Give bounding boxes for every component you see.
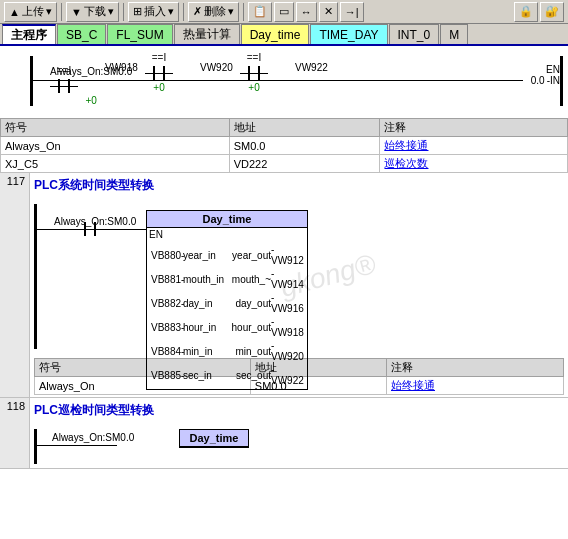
right-pin-0: year_out: [227, 250, 271, 261]
contact-sym-117: [84, 222, 96, 236]
prl-118: [34, 429, 37, 464]
lock2-btn[interactable]: 🔐: [540, 2, 564, 22]
download-btn[interactable]: ▼ 下载 ▾: [66, 2, 119, 22]
close-btn[interactable]: ✕: [319, 2, 338, 22]
col-addr: 地址: [229, 119, 380, 137]
right-addr-2: -VW916: [271, 292, 303, 314]
section-num-118: 118: [0, 398, 30, 468]
contact-1-sym: ==I: [58, 79, 70, 93]
cell-symbol: Always_On: [1, 137, 230, 155]
in-label: -IN: [547, 75, 560, 86]
wire-right-1: [70, 86, 78, 87]
cell-comment: 始终接通: [380, 137, 568, 155]
wire-to-fb-117: [96, 229, 146, 230]
wire-118: [37, 445, 117, 446]
top-symbol-table: 符号 地址 注释 Always_On SM0.0 始终接通 XJ_C5 VD22…: [0, 118, 568, 173]
tab-sbc[interactable]: SB_C: [57, 24, 106, 44]
right-addr-5: -VW922: [271, 364, 303, 386]
contact-3-body: ==I: [240, 66, 268, 80]
tab-daytime[interactable]: Day_time: [241, 24, 310, 44]
section-num-117: 117: [0, 173, 30, 397]
en-pin: EN: [149, 229, 163, 240]
separator-3: [183, 3, 184, 21]
contact-3-note: +0: [240, 82, 268, 93]
power-rail-right: [560, 56, 563, 106]
section-title-118: PLC巡检时间类型转换: [34, 400, 564, 421]
top-rung-area: Always_On:SM0.0 ==I +0 VW918: [0, 46, 568, 116]
left-addr-2: VB882-: [151, 298, 183, 309]
vw920-label: VW920: [200, 62, 233, 73]
download-icon: ▼: [71, 6, 82, 18]
tab-m[interactable]: M: [440, 24, 468, 44]
upload-btn[interactable]: ▲ 上传 ▾: [4, 2, 57, 22]
wire-left-3: [240, 73, 248, 74]
section-117: 117 PLC系统时间类型转换 Always_On:SM0.0: [0, 173, 568, 398]
en-output: EN 0.0 -IN: [531, 64, 560, 86]
contact-2-note: +0: [145, 82, 173, 93]
table-row: XJ_C5 VD222 巡检次数: [1, 155, 568, 173]
contact-1-op: ==I: [57, 65, 71, 76]
right-addr-3: -VW918: [271, 316, 303, 338]
tab-heat[interactable]: 热量计算: [174, 24, 240, 44]
in-value: 0.0 -IN: [531, 75, 560, 86]
delete-btn[interactable]: ✗ 删除 ▾: [188, 2, 239, 22]
fb-en-117: EN: [147, 228, 307, 241]
section-content-118: PLC巡检时间类型转换 Always_On:SM0.0 Day_time: [30, 398, 568, 468]
contact-3: ==I +0: [240, 66, 268, 93]
en-label: EN: [546, 64, 560, 75]
left-pin-1: mouth_in: [183, 274, 227, 285]
inner-wire-3: [250, 73, 258, 74]
end-btn[interactable]: →|: [340, 2, 364, 22]
upload-dropdown-icon: ▾: [46, 5, 52, 18]
wire-left-1: [50, 86, 58, 87]
tab-int0[interactable]: INT_0: [389, 24, 440, 44]
fb-row-4: VB884- min_in min_out -VW920: [151, 339, 303, 363]
col-comment: 注释: [380, 119, 568, 137]
inner-117: [86, 229, 94, 230]
separator-4: [243, 3, 244, 21]
vw918-label: VW918: [105, 62, 138, 73]
tab-flsum[interactable]: FL_SUM: [107, 24, 172, 44]
wire-left-2: [145, 73, 153, 74]
left-pin-4: min_in: [183, 346, 227, 357]
in-number: 0.0: [531, 75, 545, 86]
fb-row-3: VB883- hour_in hour_out -VW918: [151, 315, 303, 339]
tab-main[interactable]: 主程序: [2, 24, 56, 44]
left-addr-5: VB885-: [151, 370, 183, 381]
insert-dropdown-icon: ▾: [168, 5, 174, 18]
right-pin-2: day_out: [227, 298, 271, 309]
box-btn[interactable]: ▭: [274, 2, 294, 22]
left-pin-3: hour_in: [183, 322, 227, 333]
right-pin-4: min_out: [227, 346, 271, 357]
contact-2-body: ==I: [145, 66, 173, 80]
delete-icon: ✗: [193, 5, 202, 18]
left-addr-1: VB881-: [151, 274, 183, 285]
inner-wire-2: [155, 73, 163, 74]
right-pin-5: sec_out: [227, 370, 271, 381]
upload-icon: ▲: [9, 6, 20, 18]
download-dropdown-icon: ▾: [108, 5, 114, 18]
contact-2: ==I +0: [145, 66, 173, 93]
contact-label-118: Always_On:SM0.0: [52, 432, 134, 443]
contact-1-body: ==I: [50, 79, 132, 93]
left-pin-5: sec_in: [183, 370, 227, 381]
fb-block-118-partial: Day_time: [179, 429, 249, 448]
wire-right-2: [165, 73, 173, 74]
inner-wire-1: [60, 86, 68, 87]
ladder-scrollarea[interactable]: Always_On:SM0.0 ==I +0 VW918: [0, 46, 568, 539]
prl-117: [34, 204, 37, 349]
cell-addr: VD222: [229, 155, 380, 173]
connect-btn[interactable]: ↔: [296, 2, 317, 22]
contact-1-note: +0: [50, 95, 132, 106]
fb-body-117: VB880- year_in year_out -VW912 VB881- mo…: [147, 241, 307, 389]
lock-btn[interactable]: 🔒: [514, 2, 538, 22]
main-content: Always_On:SM0.0 ==I +0 VW918: [0, 46, 568, 539]
copy-btn[interactable]: 📋: [248, 2, 272, 22]
section-title-117: PLC系统时间类型转换: [34, 175, 564, 196]
left-addr-3: VB883-: [151, 322, 183, 333]
tab-timeday[interactable]: TIME_DAY: [310, 24, 387, 44]
bracket-r1: [68, 79, 70, 93]
fb-row-1: VB881- mouth_in mouth_~ -VW914: [151, 267, 303, 291]
separator-1: [61, 3, 62, 21]
insert-btn[interactable]: ⊞ 插入 ▾: [128, 2, 179, 22]
